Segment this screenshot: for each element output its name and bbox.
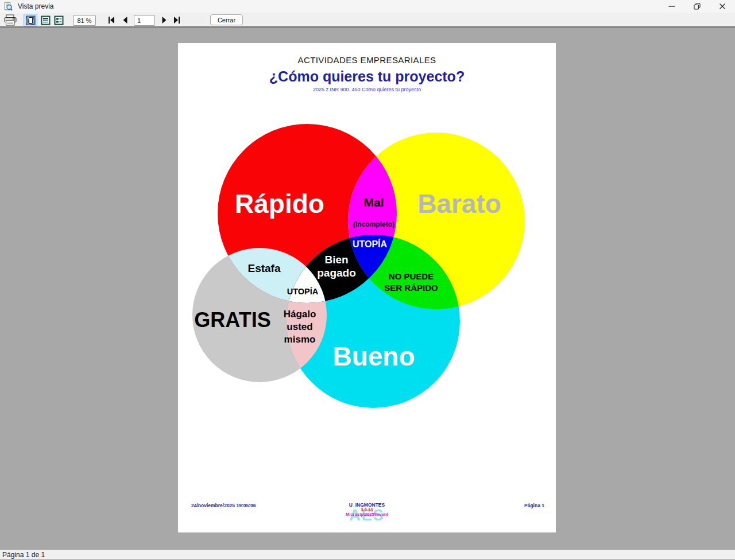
two-pages-icon — [54, 15, 64, 25]
status-text: Página 1 de 1 — [2, 551, 45, 559]
window-controls — [659, 0, 735, 13]
cerrar-button[interactable]: Cerrar — [210, 14, 243, 25]
minimize-icon — [668, 2, 676, 10]
restore-button[interactable] — [684, 0, 710, 13]
first-page-button[interactable] — [106, 15, 117, 25]
printer-icon — [3, 14, 17, 26]
label-utopia-top: UTOPÍA — [353, 239, 387, 250]
label-mal-sub: (Incompleto) — [353, 220, 394, 229]
page-number-input[interactable] — [134, 15, 155, 26]
label-mal: Mal (Incompleto) — [353, 184, 394, 240]
label-bueno: Bueno — [332, 340, 415, 374]
print-button[interactable] — [3, 14, 18, 26]
close-window-button[interactable] — [710, 0, 735, 13]
zoom-level-box[interactable]: 81 % — [73, 15, 96, 26]
previous-page-icon — [121, 16, 129, 24]
next-page-button[interactable] — [159, 15, 169, 25]
view-two-pages-button[interactable] — [52, 14, 65, 26]
label-no-puede-ser-rapido: NO PUEDE SER RÁPIDO — [384, 271, 438, 294]
label-bien-pagado: Bien pagado — [317, 254, 356, 280]
toolbar: 81 % Cerrar — [0, 13, 735, 28]
footer-path: Microsip\2025\Invent — [332, 512, 401, 517]
page-width-icon — [41, 15, 51, 25]
label-gratis: GRATIS — [194, 307, 270, 333]
label-utopia-bottom: UTOPÍA — [287, 286, 319, 297]
label-mal-main: Mal — [353, 196, 394, 209]
minimize-button[interactable] — [659, 0, 684, 13]
close-icon — [718, 2, 726, 10]
last-page-button[interactable] — [171, 15, 183, 25]
venn-diagram — [178, 43, 556, 532]
label-hagalo-usted-mismo: Hágalo usted mismo — [284, 308, 316, 346]
first-page-icon — [107, 16, 116, 24]
label-estafa: Estafa — [247, 262, 280, 275]
whole-page-icon — [26, 15, 36, 25]
document-page: ACTIVIDADES EMPRESARIALES ¿Cómo quieres … — [178, 43, 556, 532]
label-barato: Barato — [417, 188, 501, 221]
restore-icon — [693, 2, 701, 10]
label-rapido: Rápido — [235, 188, 324, 221]
footer-center: AES U_INGMONTES 3.0.13 Microsip\2025\Inv… — [332, 502, 401, 524]
view-whole-page-button[interactable] — [24, 14, 37, 26]
footer-datetime: 24/noviembre/2025 19:05:06 — [191, 503, 256, 508]
title-bar: Vista previa — [0, 0, 735, 13]
print-preview-window: Vista previa — [0, 0, 735, 560]
view-page-width-button[interactable] — [38, 14, 52, 26]
previous-page-button[interactable] — [120, 15, 130, 25]
window-title: Vista previa — [18, 2, 53, 10]
print-preview-icon — [3, 2, 13, 11]
next-page-icon — [160, 16, 168, 24]
status-bar: Página 1 de 1 — [0, 550, 735, 560]
footer-page-number: Página 1 — [524, 503, 544, 508]
last-page-icon — [172, 16, 181, 24]
